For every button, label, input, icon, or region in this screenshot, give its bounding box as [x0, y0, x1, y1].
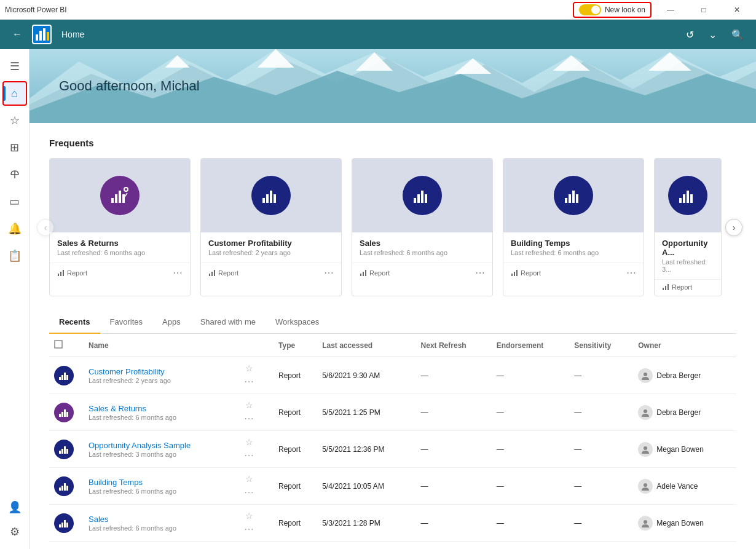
card-body-4: Opportunity A... Last refreshed: 3... — [655, 232, 721, 279]
row-avatar-4 — [638, 516, 653, 531]
svg-rect-61 — [61, 412, 63, 417]
row-icon-cell-0 — [49, 357, 84, 394]
card-thumb-0 — [50, 159, 190, 232]
row-owner-4: Megan Bowen — [633, 505, 736, 542]
frequent-card-3[interactable]: Building Temps Last refreshed: 6 months … — [503, 158, 644, 296]
sidebar-item-account[interactable]: 👤 — [2, 495, 27, 519]
row-star-2[interactable]: ☆ — [242, 436, 257, 448]
row-name-3[interactable]: Building Temps — [89, 478, 176, 487]
row-name-1[interactable]: Sales & Returns — [89, 404, 176, 413]
row-actions-cell-1: ☆ ⋯ — [237, 394, 274, 431]
frequents-title: Frequents — [49, 138, 736, 148]
row-actions-cell-3: ☆ ⋯ — [237, 468, 274, 505]
table-row: Sales & Returns Last refreshed: 6 months… — [49, 394, 736, 431]
tab-apps[interactable]: Apps — [152, 311, 191, 334]
row-accessed-2: 5/5/2021 12:36 PM — [317, 431, 415, 468]
sidebar-item-hamburger[interactable]: ☰ — [2, 54, 27, 79]
svg-rect-58 — [66, 375, 68, 380]
new-look-badge[interactable]: New look on — [573, 2, 652, 18]
svg-rect-27 — [266, 194, 269, 203]
row-endorsement-3: — — [492, 468, 570, 505]
sidebar-item-settings[interactable]: ⚙ — [2, 519, 27, 544]
account-icon: 👤 — [8, 500, 22, 514]
row-name-4[interactable]: Sales — [89, 515, 176, 524]
nav-chevron-button[interactable]: ⌄ — [704, 26, 722, 43]
row-star-3[interactable]: ☆ — [242, 473, 257, 485]
frequent-card-0[interactable]: Sales & Returns Last refreshed: 6 months… — [49, 158, 191, 296]
minimize-button[interactable]: — — [656, 0, 685, 20]
card-more-2[interactable]: ⋯ — [475, 267, 485, 278]
tab-shared[interactable]: Shared with me — [191, 311, 266, 334]
search-button[interactable]: 🔍 — [726, 26, 749, 43]
card-more-3[interactable]: ⋯ — [626, 267, 636, 278]
row-avatar-2 — [638, 442, 653, 457]
star-icon: ☆ — [10, 114, 20, 127]
card-body-1: Customer Profitability Last refreshed: 2… — [201, 232, 341, 263]
row-accessed-0: 5/6/2021 9:30 AM — [317, 357, 415, 394]
cards-prev-arrow[interactable]: ‹ — [37, 219, 54, 236]
sidebar-item-workbooks[interactable]: 📋 — [2, 243, 27, 268]
cards-next-arrow[interactable]: › — [725, 219, 742, 236]
card-more-0[interactable]: ⋯ — [173, 267, 183, 278]
workbooks-icon: 📋 — [8, 249, 22, 263]
title-bar: Microsoft Power BI New look on — □ ✕ — [0, 0, 756, 20]
row-refresh-0: — — [416, 357, 492, 394]
row-star-4[interactable]: ☆ — [242, 510, 257, 522]
svg-rect-26 — [262, 198, 265, 203]
tab-recents[interactable]: Recents — [49, 311, 100, 334]
hero-banner: Good afternoon, Michal — [30, 49, 756, 123]
svg-rect-72 — [64, 483, 66, 491]
tab-favorites[interactable]: Favorites — [100, 311, 152, 334]
row-owner-name-2: Megan Bowen — [656, 445, 704, 454]
card-sub-4: Last refreshed: 3... — [662, 258, 714, 273]
row-name-2[interactable]: Opportunity Analysis Sample — [89, 441, 191, 450]
row-more-2[interactable]: ⋯ — [242, 448, 256, 462]
table-row: Opportunity Analysis Sample Last refresh… — [49, 431, 736, 468]
refresh-button[interactable]: ↺ — [681, 26, 699, 43]
sidebar-item-favorites[interactable]: ☆ — [2, 108, 27, 133]
nav-home-label: Home — [57, 30, 89, 39]
row-icon-cell-3 — [49, 468, 84, 505]
sidebar-item-home[interactable]: ⌂ — [2, 81, 27, 106]
card-more-1[interactable]: ⋯ — [324, 267, 334, 278]
sidebar-item-create[interactable]: ⊞ — [2, 135, 27, 160]
card-icon-3 — [554, 176, 593, 215]
row-star-0[interactable]: ☆ — [242, 362, 257, 374]
new-look-toggle[interactable] — [579, 4, 601, 15]
hero-greeting: Good afternoon, Michal — [59, 78, 200, 94]
row-more-4[interactable]: ⋯ — [242, 522, 256, 536]
maximize-button[interactable]: □ — [690, 0, 718, 20]
svg-rect-39 — [365, 270, 366, 276]
sidebar-item-monitor[interactable]: ▭ — [2, 189, 27, 214]
row-icon-2 — [54, 440, 74, 459]
svg-rect-45 — [514, 272, 515, 276]
svg-rect-32 — [214, 270, 215, 276]
svg-rect-48 — [683, 194, 685, 203]
row-more-0[interactable]: ⋯ — [242, 374, 256, 389]
col-endorsement-header: Endorsement — [492, 334, 570, 357]
col-refresh-header: Next Refresh — [416, 334, 492, 357]
svg-rect-51 — [663, 288, 664, 290]
card-type-2: Report — [360, 269, 390, 277]
svg-rect-65 — [59, 451, 61, 454]
row-endorsement-1: — — [492, 394, 570, 431]
frequent-card-2[interactable]: Sales Last refreshed: 6 months ago Repor… — [352, 158, 493, 296]
row-more-1[interactable]: ⋯ — [242, 411, 256, 425]
row-refresh-4: — — [416, 505, 492, 542]
close-button[interactable]: ✕ — [723, 0, 751, 20]
sidebar-item-discover[interactable] — [2, 162, 27, 187]
svg-rect-42 — [572, 191, 575, 203]
row-name-cell-2: Opportunity Analysis Sample Last refresh… — [84, 431, 237, 468]
row-owner-1: Debra Berger — [633, 394, 736, 431]
row-star-1[interactable]: ☆ — [242, 399, 257, 411]
svg-point-64 — [644, 409, 647, 413]
row-more-3[interactable]: ⋯ — [242, 485, 256, 499]
back-button[interactable]: ← — [7, 26, 27, 42]
row-name-0[interactable]: Customer Profitability — [89, 367, 171, 376]
card-type-0: Report — [57, 269, 87, 277]
sidebar-item-alerts[interactable]: 🔔 — [2, 216, 27, 241]
svg-rect-28 — [270, 191, 272, 203]
frequent-card-4-partial[interactable]: Opportunity A... Last refreshed: 3... Re… — [654, 158, 722, 296]
tab-workspaces[interactable]: Workspaces — [266, 311, 329, 334]
frequent-card-1[interactable]: Customer Profitability Last refreshed: 2… — [200, 158, 342, 296]
